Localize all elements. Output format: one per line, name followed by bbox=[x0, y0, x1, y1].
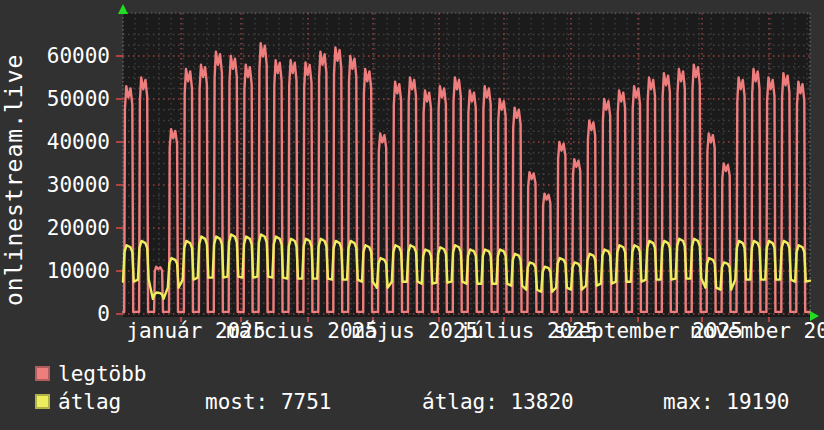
stat-most: most: 7751 bbox=[205, 389, 331, 415]
legend-swatch-legtobb bbox=[35, 366, 50, 381]
y-tick-label: 0 bbox=[0, 301, 110, 327]
stat-max-label: max: bbox=[663, 390, 714, 414]
y-axis-arrow-icon bbox=[118, 4, 128, 14]
stat-atlag: átlag: 13820 bbox=[422, 389, 574, 415]
stat-atlag-value: 13820 bbox=[511, 390, 574, 414]
y-tick-label: 60000 bbox=[0, 43, 110, 69]
y-tick-label: 20000 bbox=[0, 215, 110, 241]
legend-label-atlag: átlag bbox=[58, 389, 121, 415]
y-tick-label: 50000 bbox=[0, 86, 110, 112]
y-tick-label: 10000 bbox=[0, 258, 110, 284]
stat-max: max: 19190 bbox=[663, 389, 789, 415]
stat-atlag-label: átlag: bbox=[422, 390, 498, 414]
x-tick-label: november 2025 bbox=[690, 318, 824, 344]
stat-max-value: 19190 bbox=[726, 390, 789, 414]
stat-most-label: most: bbox=[205, 390, 268, 414]
stat-most-value: 7751 bbox=[281, 390, 332, 414]
legend-label-legtobb: legtöbb bbox=[58, 361, 147, 387]
graph-container: onlinestream.live 60000 50000 40000 3000… bbox=[0, 0, 824, 430]
y-tick-label: 30000 bbox=[0, 172, 110, 198]
y-tick-label: 40000 bbox=[0, 129, 110, 155]
legend-swatch-atlag bbox=[35, 394, 50, 409]
